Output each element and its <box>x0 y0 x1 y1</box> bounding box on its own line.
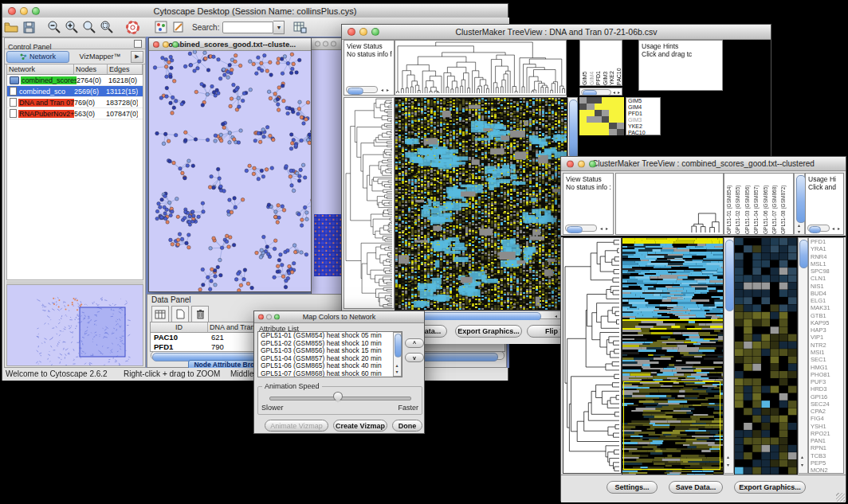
labels-vscrollbar[interactable]: ▴ ▾ <box>794 173 805 235</box>
column-label[interactable]: GIM5 <box>582 42 589 85</box>
minimize-button[interactable] <box>20 7 28 15</box>
tab-network[interactable]: Network <box>6 51 69 63</box>
gene-label[interactable]: MAK31 <box>809 304 843 311</box>
move-down-button[interactable]: v <box>405 353 424 362</box>
row-label[interactable]: GIM4 <box>626 104 660 111</box>
view-status-scrollbar[interactable] <box>346 86 378 93</box>
gene-label[interactable]: NTR2 <box>809 342 843 349</box>
column-label[interactable]: GPL51-02 (GSM855) <box>733 174 742 234</box>
move-up-button[interactable]: ^ <box>405 338 424 348</box>
gene-label[interactable]: VIP1 <box>809 334 843 341</box>
search-dropdown[interactable]: ▼ <box>273 21 285 34</box>
zoom-button[interactable] <box>274 315 280 320</box>
column-label[interactable]: GPL51-07 (GSM868) <box>770 174 779 234</box>
action-button[interactable]: Done <box>392 420 422 432</box>
column-label[interactable]: GPL51-08 (GSM872) <box>779 174 787 234</box>
tab-vizmapper[interactable]: VizMapper™ <box>69 52 131 62</box>
nodes-col-header[interactable]: Nodes <box>74 64 108 75</box>
gene-label[interactable]: ELG1 <box>809 297 843 304</box>
zoom-button[interactable] <box>371 28 379 36</box>
zoom-hscrollbar[interactable] <box>581 89 611 96</box>
view-status-scrollbar[interactable] <box>565 225 597 232</box>
row-label[interactable]: GIM5 <box>626 98 660 104</box>
zoom-in-button[interactable] <box>63 19 80 36</box>
list-vscrollbar[interactable]: ▴ ▾ <box>393 332 402 377</box>
zoom-button[interactable] <box>32 7 40 15</box>
search-input[interactable] <box>222 21 273 33</box>
scrollbar-thumb[interactable] <box>799 240 808 268</box>
column-label[interactable]: GPL51-06 (GSM865) <box>761 174 770 234</box>
action-button[interactable]: Export Graphics... <box>455 325 522 338</box>
treeview2-title-bar[interactable]: ClusterMaker TreeView : combined_scores_… <box>561 157 846 171</box>
gene-label[interactable]: MSL1 <box>809 260 843 268</box>
float-panel-icon[interactable] <box>134 40 142 48</box>
gene-label[interactable]: NIS1 <box>809 283 843 290</box>
zoom-button[interactable] <box>589 160 596 167</box>
gene-label[interactable]: GTB1 <box>809 312 843 319</box>
column-label[interactable]: GPL51-01 (GSM854) <box>724 174 733 234</box>
network-tree-row[interactable]: RNAPuberNov2+I 563(0) 107847(0) <box>7 108 143 119</box>
zoom-button[interactable] <box>172 41 179 48</box>
zoom-out-button[interactable] <box>45 19 63 36</box>
gene-label[interactable]: PUF3 <box>809 378 843 385</box>
column-label[interactable]: GPL51-04 (GSM857) <box>752 174 760 234</box>
gene-label[interactable]: PFD1 <box>809 238 843 245</box>
column-label[interactable]: GPL51-03 (GSM856) <box>743 174 752 234</box>
scrollbar-thumb[interactable] <box>725 240 734 311</box>
close-button[interactable] <box>567 160 574 167</box>
network-tree-row[interactable]: DNA and Tran 07 769(0) 183728(0) <box>7 97 143 108</box>
gene-label[interactable]: FIG4 <box>809 415 843 422</box>
column-dendrogram-panel[interactable] <box>395 40 567 96</box>
close-button[interactable] <box>258 315 264 320</box>
gene-label[interactable]: CLN1 <box>809 275 843 282</box>
zoom-vscrollbar[interactable]: ▴ ▾ <box>798 237 808 474</box>
zoom-button[interactable] <box>331 41 336 47</box>
minimize-button[interactable] <box>163 41 169 48</box>
row-dendrogram-panel[interactable] <box>344 97 395 309</box>
zoom-selected-button[interactable] <box>80 19 98 36</box>
usage-scrollbar[interactable] <box>807 225 830 232</box>
gene-label[interactable]: RNR4 <box>809 253 843 260</box>
data-table-header-id[interactable]: ID <box>151 322 208 333</box>
close-button[interactable] <box>153 41 159 48</box>
row-dendrogram-panel[interactable] <box>563 237 622 474</box>
column-label[interactable]: PFD1 <box>595 42 603 85</box>
row-label[interactable]: PFD1 <box>626 111 660 117</box>
action-button[interactable]: Animate Vizmap <box>265 420 328 432</box>
edges-col-header[interactable]: Edges <box>108 64 143 75</box>
row-label[interactable]: PAC10 <box>626 130 660 135</box>
column-dendrogram-panel[interactable] <box>615 173 724 235</box>
gene-label[interactable]: RPN1 <box>809 444 843 451</box>
network-graph-canvas[interactable] <box>149 50 311 291</box>
gene-label[interactable]: PAN1 <box>809 437 843 444</box>
global-heatmap[interactable] <box>395 97 568 311</box>
heatmap-vscrollbar[interactable]: ▴ ▾ <box>724 237 734 474</box>
zoom-heatmap[interactable] <box>734 237 798 475</box>
scrollbar-thumb[interactable] <box>395 334 402 357</box>
action-button[interactable]: Save Data... <box>669 481 723 494</box>
column-label[interactable]: YKE2 <box>609 42 616 85</box>
network-tree-row[interactable]: combined_sco 2569(6) 13112(15) <box>7 86 143 97</box>
network-tree-row[interactable]: combined_scores 2764(0) 16218(0) <box>7 75 143 86</box>
gene-label[interactable]: TCB3 <box>809 452 843 459</box>
minimize-button[interactable] <box>359 28 367 36</box>
help-button[interactable] <box>124 19 141 36</box>
close-button[interactable] <box>315 41 320 47</box>
gene-label[interactable]: SPC98 <box>809 268 843 275</box>
minimize-button[interactable] <box>323 41 328 47</box>
tab-overflow-button[interactable]: ▶ <box>131 51 143 63</box>
network-col-header[interactable]: Network <box>7 64 74 75</box>
gene-label[interactable]: CPA2 <box>809 408 843 415</box>
close-button[interactable] <box>8 7 16 15</box>
dialog-title-bar[interactable]: Map Colors to Network <box>254 311 424 323</box>
scrollbar-thumb[interactable] <box>796 175 806 223</box>
gene-label[interactable]: PHO81 <box>809 371 843 378</box>
scrollbar-thumb[interactable] <box>569 100 578 158</box>
attribute-list-item[interactable]: GPL51-07 (GSM868) heat shock 60 min <box>258 370 402 377</box>
gene-label[interactable]: YRA1 <box>809 245 843 252</box>
treeview1-title-bar[interactable]: ClusterMaker TreeView : DNA and Tran 07-… <box>342 25 771 40</box>
gene-label[interactable]: SEC1 <box>809 356 843 363</box>
open-file-button[interactable] <box>2 19 20 36</box>
gene-label[interactable]: BUD4 <box>809 290 843 297</box>
action-button[interactable]: Export Graphics... <box>734 481 806 494</box>
